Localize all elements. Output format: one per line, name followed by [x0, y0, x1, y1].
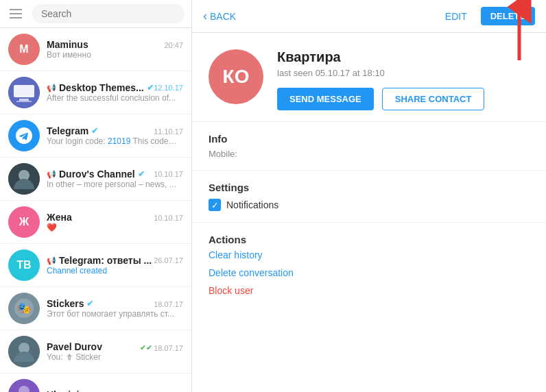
list-item[interactable]: 📢 Desktop Themes... ✔ 12.10.17 After the…	[0, 71, 191, 114]
avatar: M	[8, 34, 40, 65]
search-input[interactable]	[32, 4, 185, 23]
avatar	[8, 120, 40, 151]
actions-title: Actions	[209, 234, 530, 245]
right-header: ‹ BACK EDIT DELETE	[192, 0, 546, 33]
chat-content: Ukrainian	[47, 389, 183, 392]
svg-rect-3	[16, 101, 32, 102]
profile-avatar: КО	[209, 49, 263, 104]
svg-text:🎭: 🎭	[17, 302, 31, 315]
mobile-label: Mobile:	[209, 149, 237, 159]
chat-time: 26.07.17	[154, 256, 183, 265]
chat-preview: You: 🗡 Sticker	[47, 352, 177, 362]
chat-preview: Вот именно	[47, 50, 177, 60]
avatar	[8, 77, 40, 108]
list-item[interactable]: M Maminus 20:47 Вот именно	[0, 28, 191, 71]
notifications-checkbox[interactable]: ✓	[209, 199, 221, 211]
edit-button[interactable]: EDIT	[445, 11, 467, 22]
mobile-row: Mobile:	[209, 149, 530, 159]
list-item[interactable]: Telegram ✔ 11.10.17 Your login code: 210…	[0, 114, 191, 158]
avatar: 🎭	[8, 293, 40, 324]
chat-time: 10.10.17	[154, 170, 183, 178]
avatar	[8, 379, 40, 392]
chat-content: 📢 Durov's Channel ✔ 10.10.17 In other – …	[47, 169, 183, 189]
avatar	[8, 163, 40, 195]
profile-info: Квартира last seen 05.10.17 at 18:10 SEN…	[277, 49, 530, 110]
chat-content: Stickers ✔ 18.07.17 Этот бот помогает уп…	[47, 298, 183, 319]
chat-name: Stickers ✔	[47, 298, 93, 309]
megaphone-icon: 📢	[47, 170, 56, 179]
chat-name: Telegram ✔	[47, 125, 98, 136]
chat-list: M Maminus 20:47 Вот именно 📢 Desktop The…	[0, 28, 191, 392]
chat-time: 18.07.17	[154, 344, 183, 352]
list-item[interactable]: Ukrainian	[0, 373, 191, 392]
hamburger-menu[interactable]	[7, 6, 25, 21]
chat-time: 18.07.17	[154, 300, 183, 308]
list-item[interactable]: 🎭 Stickers ✔ 18.07.17 Этот бот помогает …	[0, 287, 191, 330]
megaphone-icon: 📢	[47, 256, 56, 265]
avatar	[8, 336, 40, 367]
block-user-link[interactable]: Block user	[209, 285, 530, 296]
list-item[interactable]: 📢 Durov's Channel ✔ 10.10.17 In other – …	[0, 158, 191, 201]
chat-name: 📢 Durov's Channel ✔	[47, 169, 145, 180]
profile-section: КО Квартира last seen 05.10.17 at 18:10 …	[192, 33, 546, 122]
chat-time: 10.10.17	[154, 214, 183, 222]
chat-name: 📢 Telegram: ответы ...	[47, 255, 152, 266]
chat-time: 12.10.17	[154, 84, 183, 92]
chat-preview: Your login code: 21019 This code ...	[47, 136, 177, 146]
actions-section: Actions Clear history Delete conversatio…	[192, 223, 546, 314]
info-title: Info	[209, 133, 530, 145]
clear-history-link[interactable]: Clear history	[209, 249, 530, 260]
chat-content: 📢 Desktop Themes... ✔ 12.10.17 After the…	[47, 82, 183, 103]
back-button[interactable]: ‹ BACK	[203, 9, 236, 23]
chat-preview: Этот бот помогает управлять ст...	[47, 309, 177, 319]
chat-content: Telegram ✔ 11.10.17 Your login code: 210…	[47, 125, 183, 146]
delete-conversation-link[interactable]: Delete conversation	[209, 267, 530, 278]
chat-time: 20:47	[164, 41, 183, 49]
info-section: Info Mobile:	[192, 122, 546, 171]
chat-preview: In other – more personal – news, ...	[47, 180, 177, 189]
settings-title: Settings	[209, 182, 530, 193]
send-message-button[interactable]: SEND MESSAGE	[277, 88, 374, 110]
share-contact-button[interactable]: SHARE CONTACT	[382, 88, 485, 110]
delete-button[interactable]: DELETE	[481, 7, 535, 25]
verified-icon: ✔	[86, 299, 93, 308]
chat-preview: After the successful conclusion of...	[47, 93, 177, 103]
avatar: Ж	[8, 206, 40, 238]
chat-name: Ukrainian	[47, 389, 91, 392]
back-arrow-icon: ‹	[203, 9, 207, 23]
chat-time: 11.10.17	[154, 127, 183, 136]
verified-icon: ✔	[91, 126, 98, 136]
list-item[interactable]: ТВ 📢 Telegram: ответы ... 26.07.17 Chann…	[0, 244, 191, 287]
verified-icon: ✔	[138, 169, 145, 179]
settings-section: Settings ✓ Notifications	[192, 171, 546, 223]
svg-rect-2	[19, 99, 29, 101]
chat-content: 📢 Telegram: ответы ... 26.07.17 Channel …	[47, 255, 183, 275]
avatar: ТВ	[8, 249, 40, 281]
list-item[interactable]: Pavel Durov ✔✔ 18.07.17 You: 🗡 Sticker	[0, 330, 191, 373]
notifications-label: Notifications	[226, 199, 278, 210]
chat-name: Pavel Durov	[47, 341, 102, 352]
megaphone-icon: 📢	[47, 84, 56, 93]
chat-name: 📢 Desktop Themes... ✔	[47, 82, 154, 93]
svg-rect-1	[14, 85, 34, 97]
verified-icon: ✔	[147, 83, 154, 93]
chat-content: Pavel Durov ✔✔ 18.07.17 You: 🗡 Sticker	[47, 341, 183, 362]
profile-status: last seen 05.10.17 at 18:10	[277, 68, 530, 78]
profile-name: Квартира	[277, 49, 530, 65]
double-check-icon: ✔✔	[140, 343, 152, 352]
check-icon: ✓	[211, 200, 219, 210]
chat-content: Жена 10.10.17 ❤️	[47, 212, 183, 232]
chat-name: Жена	[47, 212, 72, 223]
back-label: BACK	[210, 11, 236, 22]
chat-content: Maminus 20:47 Вот именно	[47, 39, 183, 60]
chat-name: Maminus	[47, 39, 88, 50]
chat-preview: ❤️	[47, 223, 177, 232]
list-item[interactable]: Ж Жена 10.10.17 ❤️	[0, 201, 191, 244]
chat-preview: Channel created	[47, 266, 177, 275]
